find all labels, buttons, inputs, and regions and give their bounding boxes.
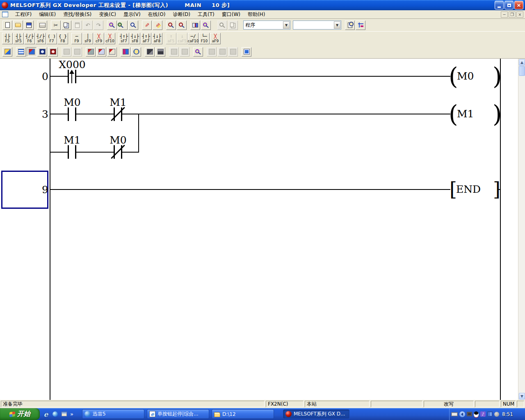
monitor-write-mode-icon[interactable] xyxy=(48,47,58,57)
scrollbar-thumb[interactable] xyxy=(519,66,525,76)
vertical-scrollbar[interactable]: ▲ ▼ xyxy=(518,59,525,400)
device-test-edit-icon[interactable]: ✎ xyxy=(142,21,152,30)
statement-display-icon[interactable] xyxy=(217,47,227,57)
print-icon[interactable] xyxy=(37,21,47,30)
project-data-transfer-icon[interactable] xyxy=(2,47,12,57)
combo-arrow-icon[interactable]: ▼ xyxy=(283,21,290,29)
clock-setting-icon[interactable] xyxy=(131,47,141,57)
coil-button[interactable]: ( )F7 xyxy=(46,33,57,44)
menu-find-replace[interactable]: 查找/替换(S) xyxy=(59,10,95,19)
project-verify-icon[interactable] xyxy=(193,47,203,57)
combo-arrow-icon[interactable]: ▼ xyxy=(334,21,340,29)
tile-vertically-icon[interactable] xyxy=(169,47,179,57)
start-button[interactable]: 开始 xyxy=(0,408,40,420)
copy-icon[interactable] xyxy=(62,21,71,30)
menu-help[interactable]: 帮助(H) xyxy=(244,10,269,19)
hide-tray-icons-chevron[interactable] xyxy=(459,411,465,417)
delete-vertical-line-button[interactable]: ╳cF10 xyxy=(105,33,115,44)
device-batch-edit-icon[interactable]: ✎ xyxy=(153,21,162,30)
remote-run-icon[interactable] xyxy=(145,47,155,57)
note-edit-icon[interactable] xyxy=(107,47,117,57)
show-desktop-icon[interactable] xyxy=(60,411,68,418)
volume-icon[interactable] xyxy=(494,412,499,417)
rising-pulse-button[interactable]: ┤↑├sF7 xyxy=(119,33,129,44)
quick-launch-overflow-chevron[interactable]: » xyxy=(70,411,73,417)
monitor-stop-icon[interactable] xyxy=(72,47,82,57)
taskbar-task-thunder[interactable]: 迅雷5 xyxy=(82,409,144,419)
undo-icon[interactable]: ↶ xyxy=(83,21,93,30)
child-restore-button[interactable]: ❐ xyxy=(509,11,516,18)
program-type-combo[interactable]: 程序 ▼ xyxy=(243,21,290,30)
pc-write-icon[interactable] xyxy=(190,21,200,30)
ladder-mark-zoom-icon[interactable] xyxy=(166,21,176,30)
falling-pulse-button[interactable]: ┤↓├sF8 xyxy=(130,33,140,44)
taskbar-task-webpage[interactable]: e 单按钮起停|综合... xyxy=(147,409,209,419)
paste-icon[interactable] xyxy=(72,21,82,30)
find-icon[interactable] xyxy=(107,21,117,30)
restore-button[interactable] xyxy=(504,1,514,9)
comment-zoom-icon[interactable] xyxy=(345,21,355,30)
read-mode-icon[interactable] xyxy=(37,47,47,57)
find-device-icon[interactable] xyxy=(128,21,138,30)
messenger-icon[interactable] xyxy=(51,411,59,418)
monitor-window-icon[interactable] xyxy=(242,47,251,57)
taskbar-task-melsoft[interactable]: MELSOFT系列 GX D... xyxy=(283,409,349,419)
open-contact-button[interactable]: ┤├F5 xyxy=(2,33,13,44)
minimize-button[interactable] xyxy=(495,1,504,9)
menu-project[interactable]: 工程(F) xyxy=(11,10,35,19)
network-icon[interactable] xyxy=(487,411,493,417)
application-instruction-button[interactable]: { }F8 xyxy=(57,33,68,44)
menu-online[interactable]: 在线(O) xyxy=(144,10,169,19)
child-minimize-button[interactable]: ─ xyxy=(501,11,508,18)
remote-stop-icon[interactable] xyxy=(155,47,165,57)
vertical-line-button[interactable]: │sF9 xyxy=(82,33,93,44)
note-display-icon[interactable] xyxy=(228,47,238,57)
new-icon[interactable] xyxy=(2,21,12,30)
parallel-closed-contact-button[interactable]: ┤/├sF6 xyxy=(35,33,46,44)
taskbar-task-folder[interactable]: D:\12 xyxy=(212,409,274,419)
redo-icon[interactable]: ↷ xyxy=(94,21,103,30)
menu-tools[interactable]: 工具(T) xyxy=(194,10,218,19)
rising-pulse-op-button[interactable]: ↑aF5 xyxy=(166,33,176,44)
keyboard-layout-icon[interactable] xyxy=(451,412,458,416)
internet-explorer-icon[interactable]: e xyxy=(42,411,50,418)
program-merge-icon[interactable] xyxy=(228,21,238,30)
comment-display-icon[interactable] xyxy=(207,47,217,57)
parallel-open-contact-button[interactable]: ┤├sF5 xyxy=(13,33,24,44)
menu-edit[interactable]: 编辑(E) xyxy=(35,10,59,19)
open-icon[interactable] xyxy=(13,21,23,30)
cut-icon[interactable]: ✂ xyxy=(51,21,61,30)
falling-pulse-op-button[interactable]: ↓caF5 xyxy=(177,33,187,44)
screenshot-tool-icon[interactable] xyxy=(467,412,472,416)
find-replace-icon[interactable] xyxy=(118,21,128,30)
menu-convert[interactable]: 变换(C) xyxy=(95,10,120,19)
media-player-icon[interactable]: ♪ xyxy=(480,411,486,417)
ladder-tree-icon[interactable] xyxy=(16,47,26,57)
horizontal-line-button[interactable]: ─F9 xyxy=(71,33,82,44)
qq-icon[interactable] xyxy=(474,411,479,417)
child-close-button[interactable]: × xyxy=(516,11,523,18)
statement-edit-icon[interactable] xyxy=(96,47,106,57)
write-mode-icon[interactable] xyxy=(27,47,37,57)
invert-result-button[interactable]: ─/caF10 xyxy=(188,33,199,44)
parallel-falling-pulse-button[interactable]: ┤↓├aF8 xyxy=(152,33,162,44)
close-button[interactable]: × xyxy=(514,1,523,9)
menu-diagnostics[interactable]: 诊断(D) xyxy=(169,10,194,19)
tile-horizontally-icon[interactable] xyxy=(180,47,189,57)
menu-window[interactable]: 窗口(W) xyxy=(218,10,244,19)
program-check-icon[interactable] xyxy=(217,21,227,30)
menu-view[interactable]: 显示(V) xyxy=(120,10,144,19)
zoom-icon[interactable] xyxy=(177,21,187,30)
ladder-editor[interactable]: 0 X000 ( M0 ) 3 M0 M1 ( M1 ) M1 xyxy=(0,59,525,400)
delete-line-button[interactable]: ╳aF9 xyxy=(210,33,221,44)
device-comment-edit-icon[interactable] xyxy=(86,47,96,57)
delete-horizontal-line-button[interactable]: ╳cF9 xyxy=(94,33,104,44)
scroll-up-button[interactable]: ▲ xyxy=(519,59,525,66)
draw-line-button[interactable]: └─F10 xyxy=(199,33,210,44)
parameter-icon[interactable] xyxy=(356,21,365,30)
scroll-down-button[interactable]: ▼ xyxy=(519,393,525,399)
device-memory-icon[interactable] xyxy=(121,47,130,57)
verify-icon[interactable] xyxy=(201,21,211,30)
parallel-rising-pulse-button[interactable]: ┤↑├aF7 xyxy=(141,33,151,44)
program-name-combo[interactable]: ▼ xyxy=(293,21,341,30)
